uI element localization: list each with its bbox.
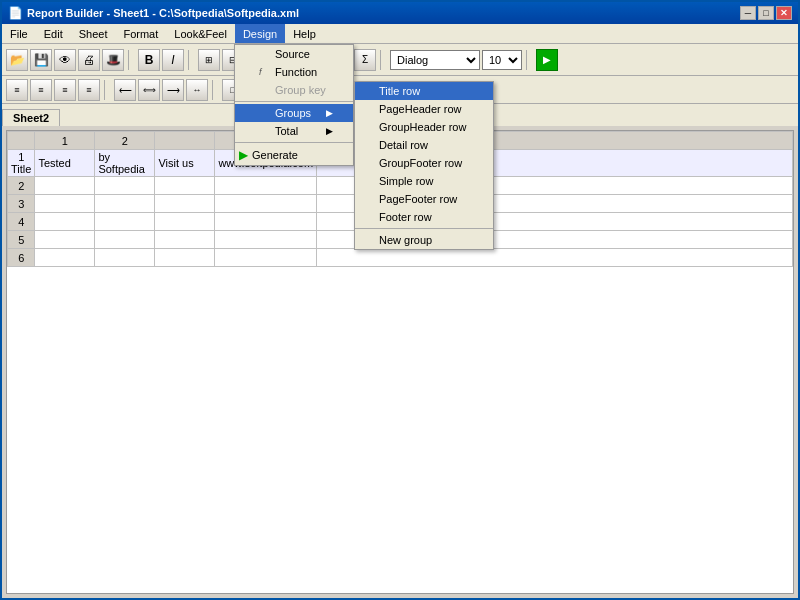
corner-header — [8, 132, 35, 150]
toolbar-sep-1 — [128, 50, 134, 70]
align-center-btn[interactable]: ≡ — [30, 79, 52, 101]
align-justify-btn[interactable]: ≡ — [78, 79, 100, 101]
stretch-btn[interactable]: ↔ — [186, 79, 208, 101]
groups-detail-row[interactable]: Detail row — [355, 136, 493, 154]
design-group-key: Group key — [235, 81, 353, 99]
groups-footer-row[interactable]: Footer row — [355, 208, 493, 226]
menu-format[interactable]: Format — [115, 24, 166, 43]
design-groups[interactable]: Groups ▶ — [235, 104, 353, 122]
cell-3-3[interactable] — [155, 195, 215, 213]
cell-1-3[interactable]: Visit us — [155, 150, 215, 177]
design-total[interactable]: Total ▶ — [235, 122, 353, 140]
row-num-1: 1 Title — [8, 150, 35, 177]
row-num-2: 2 — [8, 177, 35, 195]
cell-2-5[interactable] — [215, 177, 317, 195]
menu-sheet[interactable]: Sheet — [71, 24, 116, 43]
cell-6-2[interactable] — [95, 249, 155, 267]
window-title: Report Builder - Sheet1 - C:\Softpedia\S… — [27, 7, 299, 19]
cell-3-5[interactable] — [215, 195, 317, 213]
design-dropdown: Source f Function Group key Groups — [234, 44, 354, 166]
groups-groupheader-row[interactable]: GroupHeader row — [355, 118, 493, 136]
col-header-1: 1 — [35, 132, 95, 150]
groups-new-group[interactable]: New group — [355, 231, 493, 249]
menu-separator-1 — [235, 101, 353, 102]
hat-button[interactable]: 🎩 — [102, 49, 124, 71]
maximize-button[interactable]: □ — [758, 6, 774, 20]
cell-2-2[interactable] — [95, 177, 155, 195]
cell-5-1[interactable] — [35, 231, 95, 249]
align-right-btn[interactable]: ≡ — [54, 79, 76, 101]
play-button[interactable]: ▶ — [536, 49, 558, 71]
groups-pageheader-row[interactable]: PageHeader row — [355, 100, 493, 118]
design-source[interactable]: Source — [235, 45, 353, 63]
row-num-5: 5 — [8, 231, 35, 249]
app-icon: 📄 — [8, 6, 23, 20]
save-button[interactable]: 💾 — [30, 49, 52, 71]
cell-6-3[interactable] — [155, 249, 215, 267]
groups-submenu: Title row PageHeader row GroupHeader row… — [354, 81, 494, 250]
toolbar-sep-4 — [380, 50, 386, 70]
cell-2-3[interactable] — [155, 177, 215, 195]
close-button[interactable]: ✕ — [776, 6, 792, 20]
design-generate[interactable]: ▶ Generate — [235, 145, 353, 165]
groups-simple-row[interactable]: Simple row — [355, 172, 493, 190]
tb2-sep-2 — [212, 80, 218, 100]
design-function[interactable]: f Function — [235, 63, 353, 81]
row-num-3: 3 — [8, 195, 35, 213]
toolbar-sep-5 — [526, 50, 532, 70]
cell-3-1[interactable] — [35, 195, 95, 213]
generate-play-icon: ▶ — [239, 148, 248, 162]
function-icon: f — [259, 67, 275, 77]
italic-button[interactable]: I — [162, 49, 184, 71]
cell-4-1[interactable] — [35, 213, 95, 231]
cell-5-2[interactable] — [95, 231, 155, 249]
menu-design[interactable]: Design — [235, 24, 285, 43]
menu-help[interactable]: Help — [285, 24, 324, 43]
sigma-btn[interactable]: Σ — [354, 49, 376, 71]
menu-edit[interactable]: Edit — [36, 24, 71, 43]
menu-lookfeel[interactable]: Look&Feel — [166, 24, 235, 43]
preview-button[interactable]: 👁 — [54, 49, 76, 71]
cell-3-2[interactable] — [95, 195, 155, 213]
cell-4-2[interactable] — [95, 213, 155, 231]
print-button[interactable]: 🖨 — [78, 49, 100, 71]
center-btn2[interactable]: ⟺ — [138, 79, 160, 101]
groups-title-row[interactable]: Title row — [355, 82, 493, 100]
bold-button[interactable]: B — [138, 49, 160, 71]
main-window: 📄 Report Builder - Sheet1 - C:\Softpedia… — [0, 0, 800, 600]
cell-4-5[interactable] — [215, 213, 317, 231]
open-button[interactable]: 📂 — [6, 49, 28, 71]
font-select[interactable]: Dialog — [390, 50, 480, 70]
groups-pagefooter-row[interactable]: PageFooter row — [355, 190, 493, 208]
table-row: 6 — [8, 249, 793, 267]
cell-6-extra[interactable] — [317, 249, 793, 267]
table-btn-1[interactable]: ⊞ — [198, 49, 220, 71]
toolbar-sep-2 — [188, 50, 194, 70]
groups-groupfooter-row[interactable]: GroupFooter row — [355, 154, 493, 172]
row-num-4: 4 — [8, 213, 35, 231]
cell-5-3[interactable] — [155, 231, 215, 249]
total-arrow-icon: ▶ — [326, 126, 333, 136]
tb2-sep-1 — [104, 80, 110, 100]
cell-6-5[interactable] — [215, 249, 317, 267]
align-left-btn[interactable]: ≡ — [6, 79, 28, 101]
col-header-2: 2 — [95, 132, 155, 150]
sheet-tab-sheet2[interactable]: Sheet2 — [2, 109, 60, 126]
row-num-6: 6 — [8, 249, 35, 267]
title-bar: 📄 Report Builder - Sheet1 - C:\Softpedia… — [2, 2, 798, 24]
cell-5-5[interactable] — [215, 231, 317, 249]
menu-bar: File Edit Sheet Format Look&Feel Design … — [2, 24, 798, 44]
left-btn2[interactable]: ⟵ — [114, 79, 136, 101]
cell-2-1[interactable] — [35, 177, 95, 195]
toolbar-1: 📂 💾 👁 🖨 🎩 B I ⊞ ⊟ ⊡ ⊠ = f() Σ Dialog 10 … — [2, 44, 798, 76]
minimize-button[interactable]: ─ — [740, 6, 756, 20]
cell-4-3[interactable] — [155, 213, 215, 231]
right-btn2[interactable]: ⟶ — [162, 79, 184, 101]
cell-1-2[interactable]: by Softpedia — [95, 150, 155, 177]
menu-file[interactable]: File — [2, 24, 36, 43]
cell-1-1[interactable]: Tested — [35, 150, 95, 177]
cell-6-1[interactable] — [35, 249, 95, 267]
groups-arrow-icon: ▶ — [326, 108, 333, 118]
size-select[interactable]: 10 — [482, 50, 522, 70]
groups-separator — [355, 228, 493, 229]
